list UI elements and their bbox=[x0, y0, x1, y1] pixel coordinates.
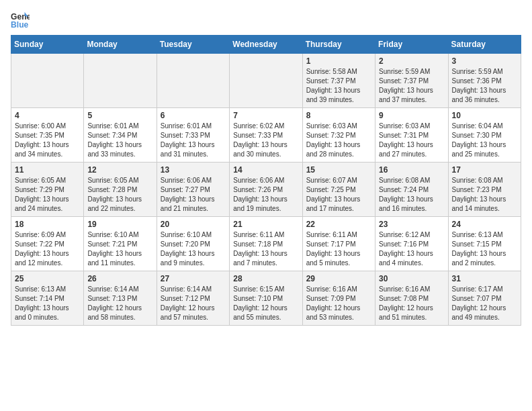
calendar-cell: 23Sunrise: 6:12 AM Sunset: 7:16 PM Dayli… bbox=[375, 217, 448, 271]
calendar-cell bbox=[157, 54, 229, 108]
calendar-cell: 25Sunrise: 6:13 AM Sunset: 7:14 PM Dayli… bbox=[11, 271, 84, 326]
day-info: Sunrise: 6:14 AM Sunset: 7:13 PM Dayligh… bbox=[87, 285, 152, 322]
day-info: Sunrise: 6:10 AM Sunset: 7:20 PM Dayligh… bbox=[161, 230, 226, 268]
day-info: Sunrise: 5:59 AM Sunset: 7:37 PM Dayligh… bbox=[379, 67, 444, 105]
day-info: Sunrise: 6:15 AM Sunset: 7:10 PM Dayligh… bbox=[233, 285, 298, 322]
day-number: 7 bbox=[233, 111, 298, 120]
day-info: Sunrise: 6:08 AM Sunset: 7:24 PM Dayligh… bbox=[379, 176, 444, 214]
day-number: 18 bbox=[15, 220, 80, 229]
day-info: Sunrise: 6:06 AM Sunset: 7:26 PM Dayligh… bbox=[233, 176, 298, 214]
calendar-cell: 28Sunrise: 6:15 AM Sunset: 7:10 PM Dayli… bbox=[230, 271, 302, 326]
day-info: Sunrise: 6:00 AM Sunset: 7:35 PM Dayligh… bbox=[15, 122, 80, 159]
day-info: Sunrise: 6:13 AM Sunset: 7:14 PM Dayligh… bbox=[15, 285, 80, 322]
day-info: Sunrise: 6:08 AM Sunset: 7:23 PM Dayligh… bbox=[452, 176, 517, 214]
day-info: Sunrise: 6:04 AM Sunset: 7:30 PM Dayligh… bbox=[452, 122, 517, 159]
calendar-week-4: 18Sunrise: 6:09 AM Sunset: 7:22 PM Dayli… bbox=[11, 217, 521, 271]
calendar-cell: 29Sunrise: 6:16 AM Sunset: 7:09 PM Dayli… bbox=[302, 271, 375, 326]
day-number: 13 bbox=[161, 165, 226, 175]
calendar-header-row: SundayMondayTuesdayWednesdayThursdayFrid… bbox=[11, 36, 521, 54]
svg-text:Blue: Blue bbox=[11, 20, 29, 30]
calendar-cell: 14Sunrise: 6:06 AM Sunset: 7:26 PM Dayli… bbox=[230, 163, 302, 217]
day-info: Sunrise: 6:09 AM Sunset: 7:22 PM Dayligh… bbox=[15, 230, 80, 268]
calendar-cell: 19Sunrise: 6:10 AM Sunset: 7:21 PM Dayli… bbox=[84, 217, 157, 271]
calendar-cell: 1Sunrise: 5:58 AM Sunset: 7:37 PM Daylig… bbox=[302, 54, 375, 108]
day-number: 25 bbox=[15, 274, 80, 283]
calendar-cell: 24Sunrise: 6:13 AM Sunset: 7:15 PM Dayli… bbox=[448, 217, 521, 271]
day-info: Sunrise: 6:16 AM Sunset: 7:08 PM Dayligh… bbox=[379, 285, 444, 322]
day-number: 6 bbox=[161, 111, 226, 120]
day-number: 20 bbox=[161, 220, 226, 229]
day-number: 3 bbox=[452, 56, 517, 66]
day-info: Sunrise: 6:13 AM Sunset: 7:15 PM Dayligh… bbox=[452, 230, 517, 268]
day-number: 10 bbox=[452, 111, 517, 120]
day-info: Sunrise: 5:58 AM Sunset: 7:37 PM Dayligh… bbox=[306, 67, 371, 105]
calendar-cell: 5Sunrise: 6:01 AM Sunset: 7:34 PM Daylig… bbox=[84, 108, 157, 163]
day-number: 1 bbox=[306, 56, 371, 66]
day-number: 31 bbox=[452, 274, 517, 283]
calendar-cell: 11Sunrise: 6:05 AM Sunset: 7:29 PM Dayli… bbox=[11, 163, 84, 217]
page-header: General Blue bbox=[11, 11, 521, 30]
calendar-cell: 3Sunrise: 5:59 AM Sunset: 7:36 PM Daylig… bbox=[448, 54, 521, 108]
calendar-cell: 6Sunrise: 6:01 AM Sunset: 7:33 PM Daylig… bbox=[157, 108, 229, 163]
calendar-week-2: 4Sunrise: 6:00 AM Sunset: 7:35 PM Daylig… bbox=[11, 108, 521, 163]
calendar-cell: 12Sunrise: 6:05 AM Sunset: 7:28 PM Dayli… bbox=[84, 163, 157, 217]
day-info: Sunrise: 6:01 AM Sunset: 7:33 PM Dayligh… bbox=[161, 122, 226, 159]
day-number: 30 bbox=[379, 274, 444, 283]
day-number: 2 bbox=[379, 56, 444, 66]
calendar-cell: 27Sunrise: 6:14 AM Sunset: 7:12 PM Dayli… bbox=[157, 271, 229, 326]
calendar-table: SundayMondayTuesdayWednesdayThursdayFrid… bbox=[11, 35, 521, 326]
day-number: 11 bbox=[15, 165, 80, 175]
calendar-cell: 21Sunrise: 6:11 AM Sunset: 7:18 PM Dayli… bbox=[230, 217, 302, 271]
weekday-header-thursday: Thursday bbox=[302, 36, 375, 54]
day-number: 29 bbox=[306, 274, 371, 283]
calendar-cell: 26Sunrise: 6:14 AM Sunset: 7:13 PM Dayli… bbox=[84, 271, 157, 326]
day-info: Sunrise: 6:11 AM Sunset: 7:18 PM Dayligh… bbox=[233, 230, 298, 268]
day-number: 26 bbox=[87, 274, 152, 283]
calendar-cell bbox=[230, 54, 302, 108]
day-info: Sunrise: 6:02 AM Sunset: 7:33 PM Dayligh… bbox=[233, 122, 298, 159]
calendar-cell: 20Sunrise: 6:10 AM Sunset: 7:20 PM Dayli… bbox=[157, 217, 229, 271]
weekday-header-tuesday: Tuesday bbox=[157, 36, 229, 54]
calendar-cell: 10Sunrise: 6:04 AM Sunset: 7:30 PM Dayli… bbox=[448, 108, 521, 163]
calendar-cell: 8Sunrise: 6:03 AM Sunset: 7:32 PM Daylig… bbox=[302, 108, 375, 163]
weekday-header-sunday: Sunday bbox=[11, 36, 84, 54]
day-info: Sunrise: 6:11 AM Sunset: 7:17 PM Dayligh… bbox=[306, 230, 371, 268]
day-number: 9 bbox=[379, 111, 444, 120]
day-info: Sunrise: 6:10 AM Sunset: 7:21 PM Dayligh… bbox=[87, 230, 152, 268]
day-number: 16 bbox=[379, 165, 444, 175]
weekday-header-friday: Friday bbox=[375, 36, 448, 54]
day-info: Sunrise: 6:17 AM Sunset: 7:07 PM Dayligh… bbox=[452, 285, 517, 322]
day-number: 5 bbox=[87, 111, 152, 120]
logo: General Blue bbox=[11, 11, 30, 30]
calendar-cell: 16Sunrise: 6:08 AM Sunset: 7:24 PM Dayli… bbox=[375, 163, 448, 217]
day-info: Sunrise: 6:03 AM Sunset: 7:31 PM Dayligh… bbox=[379, 122, 444, 159]
day-info: Sunrise: 5:59 AM Sunset: 7:36 PM Dayligh… bbox=[452, 67, 517, 105]
calendar-cell: 2Sunrise: 5:59 AM Sunset: 7:37 PM Daylig… bbox=[375, 54, 448, 108]
day-info: Sunrise: 6:12 AM Sunset: 7:16 PM Dayligh… bbox=[379, 230, 444, 268]
day-info: Sunrise: 6:01 AM Sunset: 7:34 PM Dayligh… bbox=[87, 122, 152, 159]
logo-icon: General Blue bbox=[11, 11, 30, 30]
day-number: 12 bbox=[87, 165, 152, 175]
weekday-header-monday: Monday bbox=[84, 36, 157, 54]
calendar-cell: 15Sunrise: 6:07 AM Sunset: 7:25 PM Dayli… bbox=[302, 163, 375, 217]
day-number: 14 bbox=[233, 165, 298, 175]
calendar-cell: 18Sunrise: 6:09 AM Sunset: 7:22 PM Dayli… bbox=[11, 217, 84, 271]
calendar-cell: 30Sunrise: 6:16 AM Sunset: 7:08 PM Dayli… bbox=[375, 271, 448, 326]
day-number: 21 bbox=[233, 220, 298, 229]
day-number: 8 bbox=[306, 111, 371, 120]
calendar-cell bbox=[84, 54, 157, 108]
day-number: 28 bbox=[233, 274, 298, 283]
weekday-header-wednesday: Wednesday bbox=[230, 36, 302, 54]
calendar-cell: 22Sunrise: 6:11 AM Sunset: 7:17 PM Dayli… bbox=[302, 217, 375, 271]
calendar-week-5: 25Sunrise: 6:13 AM Sunset: 7:14 PM Dayli… bbox=[11, 271, 521, 326]
day-info: Sunrise: 6:16 AM Sunset: 7:09 PM Dayligh… bbox=[306, 285, 371, 322]
day-info: Sunrise: 6:06 AM Sunset: 7:27 PM Dayligh… bbox=[161, 176, 226, 214]
day-number: 22 bbox=[306, 220, 371, 229]
calendar-week-3: 11Sunrise: 6:05 AM Sunset: 7:29 PM Dayli… bbox=[11, 163, 521, 217]
day-info: Sunrise: 6:07 AM Sunset: 7:25 PM Dayligh… bbox=[306, 176, 371, 214]
calendar-cell: 9Sunrise: 6:03 AM Sunset: 7:31 PM Daylig… bbox=[375, 108, 448, 163]
day-number: 24 bbox=[452, 220, 517, 229]
calendar-cell: 17Sunrise: 6:08 AM Sunset: 7:23 PM Dayli… bbox=[448, 163, 521, 217]
calendar-cell: 4Sunrise: 6:00 AM Sunset: 7:35 PM Daylig… bbox=[11, 108, 84, 163]
day-number: 15 bbox=[306, 165, 371, 175]
